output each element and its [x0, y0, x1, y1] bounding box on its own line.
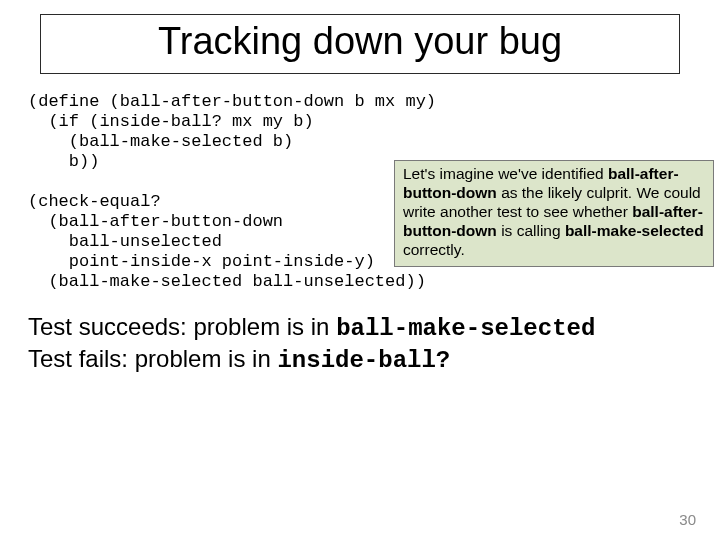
slide-title: Tracking down your bug — [53, 21, 667, 63]
page-number: 30 — [679, 511, 696, 528]
code-line: (ball-make-selected ball-unselected)) — [28, 272, 426, 291]
code-line: (ball-after-button-down — [28, 212, 283, 231]
code-line: (if (inside-ball? mx my b) — [28, 112, 314, 131]
code-line: point-inside-x point-inside-y) — [28, 252, 375, 271]
conclusion-line-fails: Test fails: problem is in inside-ball? — [28, 344, 696, 376]
conclusion-line-succeeds: Test succeeds: problem is in ball-make-s… — [28, 312, 696, 344]
slide: Tracking down your bug (define (ball-aft… — [0, 0, 720, 540]
callout-text: Let's imagine we've identified — [403, 165, 608, 182]
code-ref: inside-ball? — [277, 347, 450, 374]
text: Test fails: problem is in — [28, 345, 277, 372]
callout-text: is calling — [497, 222, 565, 239]
code-line: ball-unselected — [28, 232, 222, 251]
code-line: (ball-make-selected b) — [28, 132, 293, 151]
conclusion: Test succeeds: problem is in ball-make-s… — [28, 312, 696, 376]
code-ref: ball-make-selected — [336, 315, 595, 342]
callout-bold: ball-make-selected — [565, 222, 704, 239]
code-line: (check-equal? — [28, 192, 161, 211]
callout-box: Let's imagine we've identified ball-afte… — [394, 160, 714, 267]
text: Test succeeds: problem is in — [28, 313, 336, 340]
code-line: b)) — [28, 152, 99, 171]
callout-text: correctly. — [403, 241, 465, 258]
title-box: Tracking down your bug — [40, 14, 680, 74]
code-line: (define (ball-after-button-down b mx my) — [28, 92, 436, 111]
